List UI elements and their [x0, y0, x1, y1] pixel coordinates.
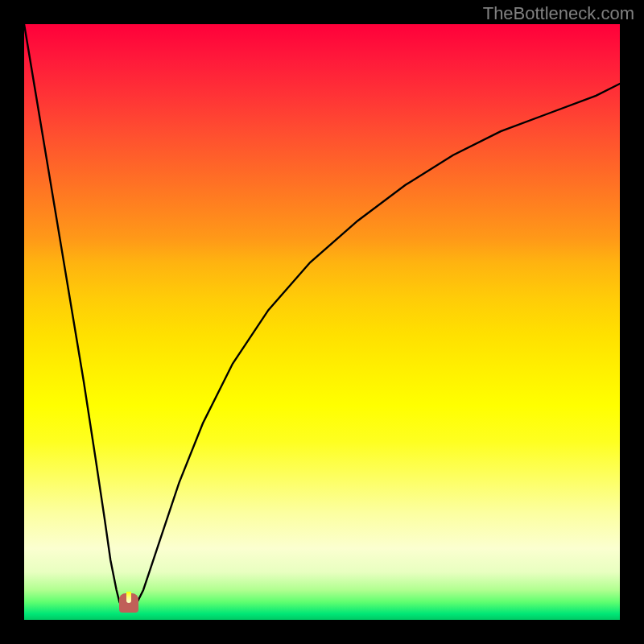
watermark-text: TheBottleneck.com: [483, 3, 634, 24]
curve-layer: [24, 24, 620, 620]
right-branch-curve: [134, 84, 620, 608]
plot-area: [24, 24, 620, 620]
minimum-marker: [119, 593, 138, 613]
chart-frame: TheBottleneck.com: [0, 0, 644, 644]
left-branch-curve: [24, 24, 122, 608]
